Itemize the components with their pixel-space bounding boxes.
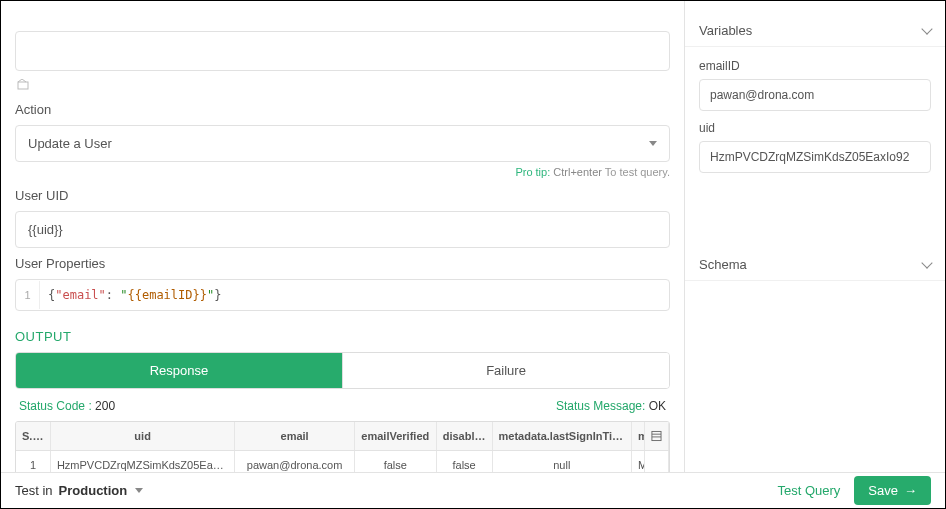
col-disabled: disabled xyxy=(437,422,493,450)
col-uid: uid xyxy=(51,422,235,450)
tab-response[interactable]: Response xyxy=(16,353,342,388)
user-uid-input[interactable]: {{uid}} xyxy=(15,211,670,248)
output-tabs: Response Failure xyxy=(15,352,670,389)
var-emailid-label: emailID xyxy=(699,59,931,73)
action-select[interactable]: Update a User xyxy=(15,125,670,162)
col-sno: S.No xyxy=(16,422,51,450)
arrow-right-icon: → xyxy=(904,483,917,498)
env-selector[interactable]: Test in Production xyxy=(15,483,143,498)
test-query-button[interactable]: Test Query xyxy=(778,483,841,498)
col-created: metadata.crea xyxy=(632,422,645,450)
row-expand-icon[interactable]: {} xyxy=(645,451,669,472)
response-table: S.No uid email emailVerified disabled me… xyxy=(15,421,670,472)
user-props-label: User Properties xyxy=(15,256,670,271)
schema-section-toggle[interactable]: Schema xyxy=(685,249,945,281)
chevron-down-icon xyxy=(921,257,932,268)
user-uid-label: User UID xyxy=(15,188,670,203)
footer: Test in Production Test Query Save → xyxy=(1,472,945,508)
variables-body: emailID pawan@drona.com uid HzmPVCDZrqMZ… xyxy=(685,47,945,189)
svg-rect-1 xyxy=(652,431,661,440)
attachment-icon xyxy=(17,79,670,94)
svg-rect-0 xyxy=(18,82,28,89)
pro-tip: Pro tip: Ctrl+enter To test query. xyxy=(15,166,670,178)
col-emailverified: emailVerified xyxy=(355,422,437,450)
action-label: Action xyxy=(15,102,670,117)
output-title: OUTPUT xyxy=(15,329,670,344)
user-props-editor[interactable]: 1 {"email": "{{emailID}}"} xyxy=(15,279,670,311)
save-button[interactable]: Save → xyxy=(854,476,931,505)
var-emailid-input[interactable]: pawan@drona.com xyxy=(699,79,931,111)
table-row: 1 HzmPVCDZrqMZSimKdsZ05EaxIo92 pawan@dro… xyxy=(16,451,669,472)
chevron-down-icon xyxy=(649,141,657,146)
tab-failure[interactable]: Failure xyxy=(342,353,669,388)
status-row: Status Code : 200 Status Message: OK xyxy=(15,389,670,421)
action-value: Update a User xyxy=(28,136,112,151)
query-builder-panel: Action Update a User Pro tip: Ctrl+enter… xyxy=(1,1,685,472)
var-uid-input[interactable]: HzmPVCDZrqMZSimKdsZ05EaxIo92 xyxy=(699,141,931,173)
chevron-down-icon xyxy=(921,23,932,34)
var-uid-label: uid xyxy=(699,121,931,135)
chevron-down-icon xyxy=(135,488,143,493)
col-email: email xyxy=(235,422,355,450)
header-placeholder xyxy=(15,11,670,31)
variables-section-toggle[interactable]: Variables xyxy=(685,15,945,47)
side-panel: Variables emailID pawan@drona.com uid Hz… xyxy=(685,1,945,472)
table-settings-icon[interactable] xyxy=(645,422,669,450)
name-input[interactable] xyxy=(15,31,670,71)
col-lastsignin: metadata.lastSignInTime xyxy=(493,422,633,450)
